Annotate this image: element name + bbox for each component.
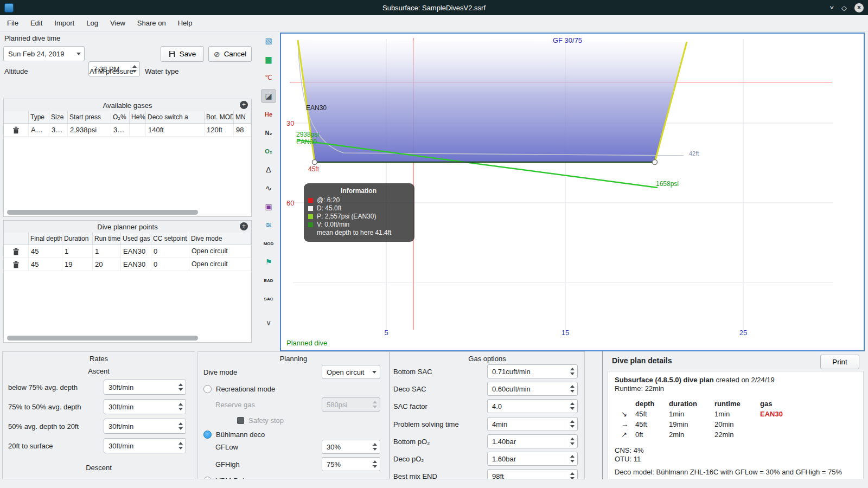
buhlmann-deco-radio[interactable] xyxy=(203,431,212,439)
ascent-label: Ascent xyxy=(3,367,195,375)
menubar: File Edit Import Log View Share on Help xyxy=(0,15,868,31)
vpmb-deco-radio[interactable] xyxy=(203,477,212,480)
point-cell-dive-mode[interactable]: Open circuit xyxy=(189,245,251,258)
gases-col-he[interactable]: He% xyxy=(130,111,146,124)
point-cell-final-depth[interactable]: 45 xyxy=(29,258,62,271)
gases-col-bot-mod[interactable]: Bot. MOD xyxy=(205,111,234,124)
temperature-icon[interactable]: ℃ xyxy=(261,70,276,85)
gas-cell-o2[interactable]: 3… xyxy=(111,124,130,137)
rate-50to20ft-spinner[interactable]: 30ft/min xyxy=(104,419,186,434)
rate-20ft-surface-spinner[interactable]: 30ft/min xyxy=(104,438,186,453)
rate-75to50-spinner[interactable]: 30ft/min xyxy=(104,399,186,414)
salinity-icon[interactable]: ≋ xyxy=(261,218,276,232)
deco-sac-spinner[interactable]: 0.60cuft/min xyxy=(487,382,578,396)
points-col-final-depth[interactable]: Final depth xyxy=(29,233,62,245)
depth-tick-30: 30 xyxy=(286,119,294,127)
point-cell-final-depth[interactable]: 45 xyxy=(29,245,62,258)
gfhigh-spinner[interactable]: 75% xyxy=(322,457,380,471)
dive-plan-icon[interactable]: ▧ xyxy=(261,34,276,48)
point-cell-dive-mode[interactable]: Open circuit xyxy=(189,258,251,271)
points-hscrollbar[interactable] xyxy=(7,336,198,341)
gas-cell-size[interactable]: 3… xyxy=(49,124,68,137)
gases-col-mnd[interactable]: MN xyxy=(234,111,251,124)
point-cell-used-gas[interactable]: EAN30 xyxy=(121,258,151,271)
menu-help[interactable]: Help xyxy=(172,16,199,30)
problem-solving-time-spinner[interactable]: 4min xyxy=(487,417,578,431)
add-gas-button[interactable]: + xyxy=(240,101,248,109)
helium-icon[interactable]: He xyxy=(261,107,276,121)
waypoint-handle[interactable] xyxy=(653,160,658,165)
gas-cell-start-press[interactable]: 2,938psi xyxy=(68,124,111,137)
tank-pressure-icon[interactable]: ◪ xyxy=(261,89,276,103)
point-cell-cc-setpoint[interactable]: 0 xyxy=(151,258,189,271)
planning-title: Planning xyxy=(198,352,389,363)
dive-mode-combo[interactable]: Open circuit xyxy=(322,365,380,379)
print-button[interactable]: Print xyxy=(820,355,859,369)
delete-gas-button[interactable] xyxy=(4,124,29,137)
menu-log[interactable]: Log xyxy=(80,16,104,30)
nitrogen-icon[interactable]: N₂ xyxy=(261,126,276,140)
heart-rate-icon[interactable]: ∿ xyxy=(261,181,276,195)
tissues-icon[interactable]: Δ xyxy=(261,163,276,177)
menu-import[interactable]: Import xyxy=(48,16,80,30)
minimize-icon[interactable]: ˅ xyxy=(829,4,834,12)
photos-icon[interactable]: ▣ xyxy=(261,200,276,214)
rate-label: 50% avg. depth to 20ft xyxy=(8,422,79,431)
waypoint-handle[interactable] xyxy=(312,160,317,165)
point-cell-used-gas[interactable]: EAN30 xyxy=(121,245,151,258)
panel-divider[interactable] xyxy=(602,351,603,479)
tissue-bars-icon[interactable]: ▆ xyxy=(261,52,276,66)
menu-file[interactable]: File xyxy=(1,16,24,30)
gas-cell-mnd[interactable]: 98 xyxy=(234,124,251,137)
gas-cell-bot-mod[interactable]: 120ft xyxy=(205,124,234,137)
dive-profile-chart[interactable]: GF 30/75 30 60 5 15 25 EAN30 2938psi EAN… xyxy=(280,33,865,351)
dive-date-combo[interactable]: Sun Feb 24, 2019 xyxy=(3,46,85,61)
sac-icon[interactable]: SAC xyxy=(261,292,276,306)
gas-cell-type[interactable]: A… xyxy=(29,124,49,137)
best-mix-end-spinner[interactable]: 98ft xyxy=(487,469,578,479)
delete-point-button[interactable] xyxy=(4,258,29,271)
bottom-depth-label: 45ft xyxy=(308,165,320,173)
gas-cell-he[interactable] xyxy=(130,124,146,137)
sac-factor-spinner[interactable]: 4.0 xyxy=(487,399,578,413)
cancel-button[interactable]: ⊘ Cancel xyxy=(208,46,252,62)
point-cell-run-time[interactable]: 1 xyxy=(93,245,121,258)
bottom-po2-spinner[interactable]: 1.40bar xyxy=(487,434,578,448)
gflow-spinner[interactable]: 30% xyxy=(322,440,380,454)
seg-gas: EAN30 xyxy=(760,409,798,419)
gases-col-deco-switch[interactable]: Deco switch a xyxy=(146,111,205,124)
points-col-cc-setpoint[interactable]: CC setpoint xyxy=(151,233,189,245)
point-cell-cc-setpoint[interactable]: 0 xyxy=(151,245,189,258)
oxygen-icon[interactable]: O₂ xyxy=(261,144,276,158)
menu-edit[interactable]: Edit xyxy=(24,16,48,30)
points-col-used-gas[interactable]: Used gas xyxy=(121,233,151,245)
menu-share-on[interactable]: Share on xyxy=(131,16,172,30)
points-col-dive-mode[interactable]: Dive mode xyxy=(189,233,251,245)
points-col-run-time[interactable]: Run time xyxy=(93,233,121,245)
point-cell-duration[interactable]: 19 xyxy=(62,258,93,271)
point-cell-duration[interactable]: 1 xyxy=(62,245,93,258)
deco-po2-spinner[interactable]: 1.60bar xyxy=(487,452,578,466)
menu-view[interactable]: View xyxy=(104,16,131,30)
reserve-gas-spinner: 580psi xyxy=(322,397,380,412)
save-button[interactable]: Save xyxy=(161,46,204,62)
recreational-mode-radio[interactable] xyxy=(203,385,212,393)
add-point-button[interactable]: + xyxy=(240,222,248,230)
points-col-duration[interactable]: Duration xyxy=(62,233,93,245)
gases-col-o2[interactable]: O₂% xyxy=(111,111,130,124)
close-icon[interactable]: × xyxy=(854,3,864,12)
gases-col-type[interactable]: Type xyxy=(29,111,49,124)
collapse-toolbar-icon[interactable]: ∨ xyxy=(261,316,276,330)
gases-hscrollbar[interactable] xyxy=(7,210,198,215)
ead-icon[interactable]: EAD xyxy=(261,273,276,287)
rate-below75-spinner[interactable]: 30ft/min xyxy=(104,380,186,395)
maximize-icon[interactable]: ◇ xyxy=(841,4,847,12)
gas-cell-deco-switch[interactable]: 140ft xyxy=(146,124,205,137)
point-cell-run-time[interactable]: 20 xyxy=(93,258,121,271)
gases-col-size[interactable]: Size xyxy=(49,111,68,124)
gases-col-start-press[interactable]: Start press xyxy=(68,111,111,124)
mod-icon[interactable]: MOD xyxy=(261,236,276,251)
delete-point-button[interactable] xyxy=(4,245,29,258)
diver-icon[interactable]: ⚑ xyxy=(261,255,276,269)
bottom-sac-spinner[interactable]: 0.71cuft/min xyxy=(487,364,578,378)
